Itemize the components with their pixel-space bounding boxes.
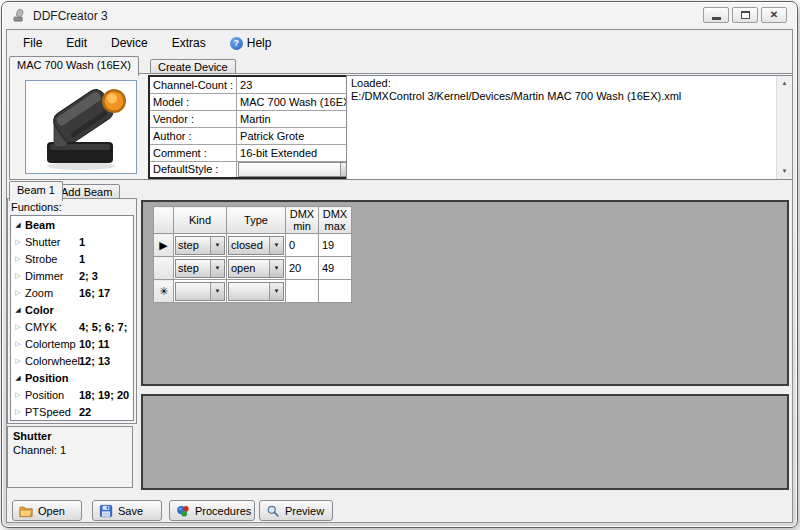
collapsed-icon[interactable]: ▷ [11,238,25,246]
kind-dropdown[interactable]: ▼ [175,282,225,301]
tree-item-strobe[interactable]: ▷ Strobe 1 [11,250,133,267]
expanded-icon[interactable]: ◢ [11,306,25,314]
tree-item-zoom[interactable]: ▷ Zoom 16; 17 [11,284,133,301]
default-style-dropdown[interactable]: ▼ [238,162,356,177]
log-scrollbar[interactable]: ▲ ▼ [776,76,792,179]
function-editor-panel: Kind Type DMXmin DMXmax ▶ step ▼ [141,200,789,386]
tree-item-cmyk[interactable]: ▷ CMYK 4; 5; 6; 7; [11,318,133,335]
menu-file[interactable]: File [23,36,42,50]
dmx-max-cell[interactable]: 49 [319,257,352,280]
column-header-kind[interactable]: Kind [174,207,227,234]
chevron-down-icon[interactable]: ▼ [210,260,224,277]
collapsed-icon[interactable]: ▷ [11,408,25,416]
preview-button[interactable]: Preview [259,500,333,521]
collapsed-icon[interactable]: ▷ [11,323,25,331]
dmx-min-cell[interactable] [286,280,319,303]
tree-item-channels: 1 [79,236,85,248]
collapsed-icon[interactable]: ▷ [11,255,25,263]
kind-cell[interactable]: ▼ [174,280,227,303]
expanded-icon[interactable]: ◢ [11,221,25,229]
tree-item-label: Position [25,389,79,401]
dmx-min-cell[interactable]: 0 [286,234,319,257]
chevron-down-icon[interactable]: ▼ [210,237,224,254]
tree-item-position[interactable]: ▷ Position 18; 19; 20 [11,386,133,403]
row-selector[interactable] [154,257,174,280]
table-row: Comment : 16-bit Extended [149,144,358,161]
open-button[interactable]: Open [12,500,82,521]
type-cell[interactable]: ▼ [227,280,286,303]
tree-item-ptspeed[interactable]: ▷ PTSpeed 22 [11,403,133,420]
button-label: Procedures [195,505,251,517]
tree-item-shutter[interactable]: ▷ Shutter 1 [11,233,133,250]
collapsed-icon[interactable]: ▷ [11,340,25,348]
dropdown-value [239,163,340,176]
table-row: Channel-Count : 23 [149,76,358,93]
collapsed-icon[interactable]: ▷ [11,391,25,399]
tab-device[interactable]: MAC 700 Wash (16EX) [9,56,139,76]
column-header-dmx-min[interactable]: DMXmin [286,207,319,234]
steps-grid: Kind Type DMXmin DMXmax ▶ step ▼ [153,206,352,303]
scroll-up-icon[interactable]: ▲ [777,76,792,91]
tree-item-label: Dimmer [25,270,79,282]
tab-beam-1[interactable]: Beam 1 [9,181,63,201]
maximize-button[interactable] [732,7,758,23]
type-cell[interactable]: open ▼ [227,257,286,280]
vendor-field[interactable]: Martin [237,110,358,127]
table-row: Model : MAC 700 Wash (16EX) [149,93,358,110]
kind-cell[interactable]: step ▼ [174,234,227,257]
chevron-down-icon[interactable]: ▼ [269,283,283,300]
chevron-down-icon[interactable]: ▼ [210,283,224,300]
dmx-max-cell[interactable]: 19 [319,234,352,257]
row-selector[interactable]: ▶ [154,234,174,257]
menu-device[interactable]: Device [111,36,148,50]
collapsed-icon[interactable]: ▷ [11,357,25,365]
table-row: DefaultStyle : ▼ [149,161,358,178]
menu-help[interactable]: ? Help [230,36,272,50]
grid-corner-cell[interactable] [154,207,174,234]
menu-edit[interactable]: Edit [66,36,87,50]
chevron-down-icon[interactable]: ▼ [269,237,283,254]
column-header-type[interactable]: Type [227,207,286,234]
menu-extras[interactable]: Extras [172,36,206,50]
procedures-button[interactable]: Procedures [169,500,255,521]
close-button[interactable]: ✕ [761,7,787,23]
model-field[interactable]: MAC 700 Wash (16EX) [237,93,358,110]
comment-field[interactable]: 16-bit Extended [237,144,358,161]
tree-item-dimmer[interactable]: ▷ Dimmer 2; 3 [11,267,133,284]
tree-item-colorwheel[interactable]: ▷ Colorwheel 12; 13 [11,352,133,369]
save-button[interactable]: Save [92,500,162,521]
title-bar: DDFCreator 3 ✕ [2,2,797,29]
chevron-down-icon[interactable]: ▼ [269,260,283,277]
functions-panel: Functions: ◢ Beam ▷ Shutter 1 ▷ Strobe 1 [7,198,137,424]
column-header-dmx-max[interactable]: DMXmax [319,207,352,234]
type-dropdown[interactable]: open ▼ [228,259,284,278]
dmx-max-cell[interactable] [319,280,352,303]
type-dropdown[interactable]: closed ▼ [228,236,284,255]
close-icon: ✕ [770,10,778,20]
row-selector[interactable]: ✳ [154,280,174,303]
channel-count-field[interactable]: 23 [237,76,358,93]
author-field[interactable]: Patrick Grote [237,127,358,144]
kind-dropdown[interactable]: step ▼ [175,259,225,278]
collapsed-icon[interactable]: ▷ [11,272,25,280]
dropdown-value [229,283,269,300]
tree-group-position[interactable]: ◢ Position [11,369,133,386]
expanded-icon[interactable]: ◢ [11,374,25,382]
collapsed-icon[interactable]: ▷ [11,289,25,297]
tree-group-beam[interactable]: ◢ Beam [11,216,133,233]
kind-cell[interactable]: step ▼ [174,257,227,280]
log-textbox[interactable]: Loaded: E:/DMXControl 3/Kernel/Devices/M… [346,75,793,180]
tree-item-channels: 12; 13 [79,355,110,367]
device-info-table: Channel-Count : 23 Model : MAC 700 Wash … [148,75,359,179]
type-dropdown[interactable]: ▼ [228,282,284,301]
tree-item-colortemp[interactable]: ▷ Colortemp 10; 11 [11,335,133,352]
tree-group-color[interactable]: ◢ Color [11,301,133,318]
minimize-button[interactable] [703,7,729,23]
scroll-down-icon[interactable]: ▼ [777,164,792,179]
client-area: File Edit Device Extras ? Help MAC 700 W… [6,29,793,523]
dmx-min-cell[interactable]: 20 [286,257,319,280]
type-cell[interactable]: closed ▼ [227,234,286,257]
tree-group-label: Color [25,304,54,316]
kind-dropdown[interactable]: step ▼ [175,236,225,255]
tree-group-raw[interactable]: ◢ Raw [11,420,133,421]
